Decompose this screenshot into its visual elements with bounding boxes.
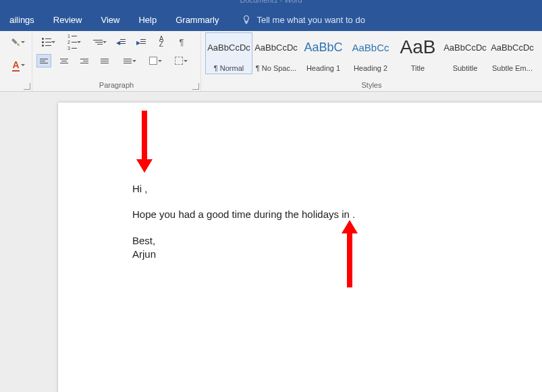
group-styles-label: Styles <box>201 80 542 91</box>
group-styles: AaBbCcDc¶ NormalAaBbCcDc¶ No Spac...AaBb… <box>201 31 542 91</box>
font-color-icon: A <box>12 59 19 70</box>
group-clipboard-label <box>0 80 32 91</box>
align-center-button[interactable] <box>57 54 72 67</box>
lightbulb-icon <box>242 15 251 24</box>
document-area[interactable]: Hi , Hope you had a good time during the… <box>0 92 542 392</box>
style-preview: AaBbCcDc <box>254 36 298 59</box>
align-right-button[interactable] <box>77 54 92 67</box>
increase-indent-button[interactable]: ▶ <box>134 35 148 49</box>
bullets-icon <box>42 38 51 47</box>
style-name-label: ¶ Normal <box>214 64 244 72</box>
tab-grammarly[interactable]: Grammarly <box>166 8 228 31</box>
decrease-indent-button[interactable]: ◀ <box>113 35 128 49</box>
font-color-button[interactable]: A <box>6 58 26 72</box>
format-painter-button[interactable] <box>6 35 26 49</box>
align-right-icon <box>80 57 88 65</box>
line-spacing-icon <box>124 57 132 65</box>
style-preview: AaBbCc <box>352 36 389 59</box>
ribbon-tabs: ailings Review View Help Grammarly Tell … <box>0 8 542 31</box>
annotation-arrow-up <box>347 231 352 287</box>
sort-icon: AZ <box>159 36 164 47</box>
style-item-0[interactable]: AaBbCcDc¶ Normal <box>205 32 252 74</box>
style-preview: AaB <box>400 36 436 59</box>
style-name-label: Title <box>411 64 425 72</box>
style-item-4[interactable]: AaBTitle <box>394 32 441 74</box>
shading-button[interactable] <box>143 54 163 67</box>
multilevel-icon <box>93 40 103 45</box>
increase-indent-icon: ▶ <box>136 38 146 46</box>
multilevel-list-button[interactable] <box>88 35 108 49</box>
style-preview: AaBbCcDc <box>443 36 487 59</box>
style-name-label: Heading 1 <box>306 64 340 72</box>
numbering-button[interactable]: 1 2 3 <box>62 35 82 49</box>
style-item-3[interactable]: AaBbCcHeading 2 <box>347 32 394 74</box>
align-left-icon <box>40 57 48 65</box>
borders-icon <box>175 57 183 65</box>
group-paragraph-label: Paragraph <box>32 80 200 91</box>
style-preview: AaBbCcDc <box>491 36 534 59</box>
title-text: Document1 - Word <box>240 0 302 4</box>
align-center-icon <box>60 57 68 65</box>
pilcrow-icon: ¶ <box>180 37 184 47</box>
tab-review[interactable]: Review <box>44 8 92 31</box>
shading-icon <box>149 57 157 65</box>
tab-help[interactable]: Help <box>129 8 166 31</box>
bullets-button[interactable] <box>36 35 57 49</box>
style-name-label: Subtitle <box>453 64 478 72</box>
style-item-6[interactable]: AaBbCcDcSubtle Em... <box>489 32 536 74</box>
numbering-icon: 1 2 3 <box>67 34 77 51</box>
tell-me-label: Tell me what you want to do <box>256 15 364 25</box>
style-preview: AaBbCcDc <box>207 36 250 59</box>
tell-me-search[interactable]: Tell me what you want to do <box>242 15 364 25</box>
dialog-launcher-icon[interactable] <box>192 83 199 90</box>
page[interactable]: Hi , Hope you had a good time during the… <box>58 103 542 392</box>
doc-line-signoff[interactable]: Best, <box>132 234 542 248</box>
document-body[interactable]: Hi , Hope you had a good time during the… <box>132 182 542 261</box>
style-item-1[interactable]: AaBbCcDc¶ No Spac... <box>252 32 300 74</box>
annotation-arrow-down <box>142 111 147 162</box>
style-item-2[interactable]: AaBbCHeading 1 <box>300 32 347 74</box>
line-spacing-button[interactable] <box>117 54 138 67</box>
style-name-label: Heading 2 <box>354 64 387 72</box>
sort-button[interactable]: AZ <box>154 35 169 49</box>
tab-mailings[interactable]: ailings <box>0 8 44 31</box>
group-paragraph: 1 2 3 ◀ <box>32 31 201 91</box>
justify-button[interactable] <box>97 54 112 67</box>
doc-line-name[interactable]: Arjun <box>132 248 542 261</box>
tab-view[interactable]: View <box>91 8 129 31</box>
title-bar: Document1 - Word <box>0 0 542 8</box>
group-clipboard-fragment: A <box>0 31 32 91</box>
doc-line-body[interactable]: Hope you had a good time during the holi… <box>132 208 542 221</box>
show-marks-button[interactable]: ¶ <box>174 35 189 49</box>
style-name-label: ¶ No Spac... <box>256 64 296 72</box>
dialog-launcher-icon[interactable] <box>24 83 30 90</box>
doc-line-greeting[interactable]: Hi , <box>132 182 542 196</box>
justify-icon <box>101 57 109 65</box>
decrease-indent-icon: ◀ <box>116 38 126 46</box>
borders-button[interactable] <box>169 54 189 67</box>
style-item-5[interactable]: AaBbCcDcSubtitle <box>441 32 489 74</box>
style-name-label: Subtle Em... <box>492 64 533 72</box>
align-left-button[interactable] <box>36 54 51 67</box>
brush-icon <box>11 37 21 47</box>
style-preview: AaBbC <box>304 36 342 59</box>
ribbon: A 1 2 3 <box>0 31 542 92</box>
